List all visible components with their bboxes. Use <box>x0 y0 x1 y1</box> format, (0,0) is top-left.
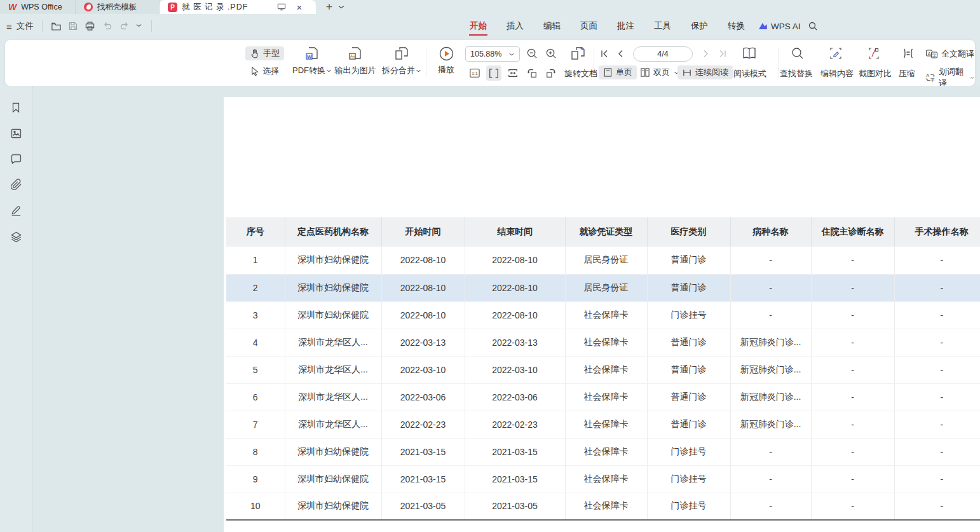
play-label: 播放 <box>438 64 454 76</box>
table-cell: 社会保障卡 <box>565 411 647 438</box>
single-page-button[interactable]: 单页 <box>599 65 637 79</box>
bookmark-panel-icon[interactable] <box>10 102 22 114</box>
double-page-button[interactable]: 双页 <box>636 65 684 79</box>
table-cell: 5 <box>226 356 285 383</box>
menu-page[interactable]: 页面 <box>579 14 599 38</box>
prev-page-button[interactable] <box>617 50 623 58</box>
menu-comment[interactable]: 批注 <box>616 14 636 38</box>
attachment-panel-icon[interactable] <box>10 179 22 191</box>
menu-insert[interactable]: 插入 <box>505 14 525 38</box>
tab-label: 就 医 记 录 .PDF <box>182 2 272 13</box>
open-folder-icon[interactable] <box>51 21 62 31</box>
table-cell: 2022-02-23 <box>465 411 565 438</box>
table-cell: - <box>894 465 980 493</box>
table-cell: 新冠肺炎门诊... <box>730 411 811 438</box>
svg-text:字: 字 <box>932 53 937 58</box>
quick-access-chevron-icon[interactable] <box>135 23 142 28</box>
edit-content-icon[interactable] <box>829 46 843 60</box>
svg-text:1:1: 1:1 <box>472 71 478 76</box>
enter-workspace-monitor-icon[interactable] <box>276 3 287 11</box>
hand-tool-button[interactable]: 手型 <box>245 46 284 60</box>
hand-icon <box>250 48 260 58</box>
thumbnail-panel-icon[interactable] <box>10 128 22 139</box>
table-cell: 社会保障卡 <box>565 383 647 411</box>
table-cell: 2022-08-10 <box>381 301 465 329</box>
column-header: 开始时间 <box>381 217 465 247</box>
full-translate-button[interactable]: A字 全文翻译 <box>925 48 974 60</box>
table-cell: 社会保障卡 <box>565 301 647 329</box>
compress-icon[interactable] <box>901 46 915 60</box>
table-cell: - <box>811 411 894 438</box>
menu-tools[interactable]: 工具 <box>653 14 672 38</box>
table-cell: 7 <box>226 411 285 438</box>
table-cell: 深圳市龙华区人... <box>285 411 381 438</box>
print-icon[interactable] <box>85 21 95 31</box>
comment-panel-icon[interactable] <box>10 153 22 165</box>
table-cell: 8 <box>226 438 285 465</box>
export-image-label: 输出为图片 <box>335 65 376 76</box>
zoom-in-button[interactable] <box>545 48 557 60</box>
pdf-convert-label: PDF转换 <box>292 65 332 76</box>
undo-icon[interactable] <box>102 21 112 31</box>
table-cell: 深圳市妇幼保健院 <box>285 465 381 493</box>
column-header: 就诊凭证类型 <box>565 217 647 247</box>
table-cell: 3 <box>226 301 285 329</box>
full-translate-icon: A字 <box>925 48 938 60</box>
rotate-document-icon[interactable] <box>569 45 587 62</box>
export-image-button[interactable]: 输出为图片 <box>333 46 378 76</box>
screenshot-compare-icon[interactable] <box>867 46 881 60</box>
tab-docer-templates[interactable]: 找稻壳模板 <box>76 0 160 14</box>
document-canvas[interactable]: 序号 定点医药机构名称 开始时间 结束时间 就诊凭证类型 医疗类别 病种名称 住… <box>33 86 980 532</box>
continuous-read-button[interactable]: 连续阅读 <box>677 65 733 79</box>
menu-search-icon[interactable] <box>808 21 818 31</box>
zoom-out-button[interactable] <box>526 48 538 60</box>
menu-edit[interactable]: 编辑 <box>542 14 562 38</box>
last-page-button[interactable] <box>718 50 727 58</box>
fit-page-button[interactable] <box>505 65 521 81</box>
table-cell: 2022-03-10 <box>465 356 565 383</box>
split-merge-button[interactable]: 拆分合并 <box>379 46 425 76</box>
play-button[interactable]: 播放 <box>432 46 460 76</box>
close-tab-icon[interactable]: × <box>291 2 308 13</box>
actual-size-button[interactable]: 1:1 <box>467 65 482 81</box>
column-header: 病种名称 <box>730 217 811 247</box>
tab-wps-office[interactable]: W WPS Office <box>0 0 76 14</box>
fit-width-button[interactable] <box>486 65 501 81</box>
find-replace-icon[interactable] <box>791 46 805 60</box>
select-tool-button[interactable]: 选择 <box>245 64 283 78</box>
layers-panel-icon[interactable] <box>10 231 22 243</box>
table-cell: 2 <box>226 274 285 301</box>
table-cell: 深圳市龙华区人... <box>285 383 381 411</box>
table-cell: 2022-02-23 <box>381 411 465 438</box>
menu-home[interactable]: 开始 <box>468 14 488 38</box>
menu-convert[interactable]: 转换 <box>726 14 746 38</box>
table-cell: 2021-03-15 <box>381 465 465 493</box>
page-number-input[interactable] <box>633 46 693 62</box>
table-cell: 居民身份证 <box>565 274 647 301</box>
rotate-left-button[interactable] <box>524 65 540 81</box>
table-cell: 普通门诊 <box>647 329 730 356</box>
pdf-convert-button[interactable]: W PDF转换 <box>289 46 336 76</box>
first-page-button[interactable] <box>600 50 609 58</box>
new-tab-button[interactable]: + <box>321 0 337 14</box>
table-cell: 2021-03-05 <box>381 493 465 520</box>
tab-document-pdf[interactable]: P 就 医 记 录 .PDF × <box>160 0 316 14</box>
save-icon[interactable] <box>68 21 78 31</box>
redo-icon[interactable] <box>119 21 130 31</box>
double-page-icon <box>640 67 650 78</box>
wps-office-window: W WPS Office 找稻壳模板 P 就 医 记 录 .PDF × + ≡ … <box>0 0 980 532</box>
read-mode-icon[interactable] <box>741 46 758 61</box>
next-page-button[interactable] <box>703 50 709 58</box>
menu-protect[interactable]: 保护 <box>690 14 709 38</box>
table-cell: 普通门诊 <box>647 274 730 301</box>
table-cell: 1 <box>226 247 285 274</box>
zoom-level-control[interactable]: 105.88% <box>465 46 520 62</box>
menu-bar: 开始 插入 编辑 页面 批注 工具 保护 转换 <box>468 14 746 38</box>
signature-panel-icon[interactable] <box>10 205 22 217</box>
file-menu-button[interactable]: ≡ 文件 <box>6 14 34 38</box>
svg-text:A: A <box>928 51 931 56</box>
wps-ai-button[interactable]: WPS AI <box>758 14 801 38</box>
tab-list-chevron-icon[interactable] <box>337 0 349 14</box>
wps-ai-logo-icon <box>758 22 768 31</box>
rotate-right-button[interactable] <box>543 65 559 81</box>
